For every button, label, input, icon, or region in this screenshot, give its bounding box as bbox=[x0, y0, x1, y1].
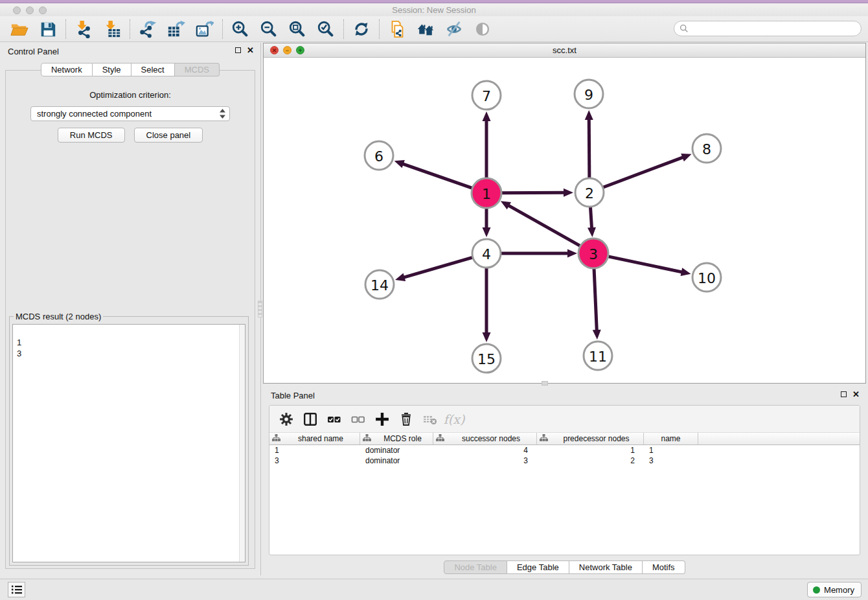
tab-motifs[interactable]: Motifs bbox=[643, 560, 685, 574]
select-all-icon[interactable] bbox=[325, 410, 343, 428]
table-cell[interactable]: 1 bbox=[644, 445, 698, 456]
memory-button[interactable]: Memory bbox=[807, 582, 862, 597]
graph-node-label: 14 bbox=[371, 277, 389, 294]
column-type-icon bbox=[272, 434, 284, 444]
table-cell[interactable]: 1 bbox=[269, 445, 360, 456]
delete-table-icon bbox=[421, 410, 439, 428]
unselect-all-icon[interactable] bbox=[349, 410, 367, 428]
graph-edge-2-9[interactable] bbox=[589, 119, 589, 179]
toolbar-separator bbox=[222, 19, 223, 39]
run-mcds-button[interactable]: Run MCDS bbox=[58, 128, 125, 143]
table-panel: Table Panel ✕ bbox=[263, 387, 866, 575]
add-column-icon[interactable] bbox=[373, 410, 391, 428]
zoom-in-icon[interactable] bbox=[231, 19, 250, 39]
column-header-shared-name[interactable]: shared name bbox=[269, 433, 360, 444]
graph-edge-4-14[interactable] bbox=[403, 257, 474, 278]
tab-style[interactable]: Style bbox=[93, 63, 131, 76]
column-label: predecessor nodes bbox=[552, 434, 641, 443]
edge-arrowhead bbox=[483, 227, 491, 237]
graph-node-label: 9 bbox=[584, 87, 593, 103]
graph-edge-1-2[interactable] bbox=[499, 192, 565, 193]
table-cell[interactable]: 3 bbox=[433, 456, 537, 466]
table-cell[interactable]: 1 bbox=[537, 445, 644, 456]
open-icon[interactable] bbox=[10, 19, 29, 39]
export-image-icon[interactable] bbox=[195, 19, 214, 39]
table-cell[interactable]: 4 bbox=[433, 445, 537, 456]
zoom-fit-icon[interactable] bbox=[288, 19, 307, 39]
table-cell[interactable]: 2 bbox=[537, 456, 644, 466]
mcds-result-title: MCDS result (2 nodes) bbox=[14, 312, 103, 321]
tab-network-table[interactable]: Network Table bbox=[569, 560, 643, 574]
graph-edge-3-10[interactable] bbox=[606, 256, 683, 272]
table-row[interactable]: 1dominator411 bbox=[269, 445, 860, 456]
gear-icon[interactable] bbox=[277, 410, 295, 428]
tab-edge-table[interactable]: Edge Table bbox=[507, 560, 569, 574]
graph-edge-3-11[interactable] bbox=[594, 266, 597, 331]
search-input[interactable] bbox=[674, 21, 862, 36]
column-type-icon bbox=[436, 434, 448, 444]
column-header-successor-nodes[interactable]: successor nodes bbox=[433, 433, 537, 444]
table-panel-tabs: Node TableEdge TableNetwork TableMotifs bbox=[263, 560, 866, 574]
vertical-splitter-handle[interactable] bbox=[258, 301, 262, 317]
edge-arrowhead bbox=[593, 330, 601, 340]
session-title: Session: New Session bbox=[0, 5, 868, 15]
hide-selected-icon[interactable] bbox=[444, 19, 464, 39]
graph-node-label: 3 bbox=[589, 246, 598, 262]
mcds-result-group: MCDS result (2 nodes) 1 3 bbox=[9, 312, 249, 566]
graph-edge-3-1[interactable] bbox=[508, 205, 582, 248]
zoom-out-icon[interactable] bbox=[259, 19, 279, 39]
tab-select[interactable]: Select bbox=[131, 63, 175, 76]
result-scrollbar[interactable] bbox=[239, 325, 245, 562]
column-type-icon bbox=[540, 434, 552, 444]
column-header-name[interactable]: name bbox=[644, 433, 698, 444]
network-title: scc.txt bbox=[264, 45, 865, 55]
horizontal-splitter-handle[interactable] bbox=[542, 381, 548, 386]
export-network-icon[interactable] bbox=[138, 19, 157, 39]
close-table-panel-icon[interactable]: ✕ bbox=[852, 391, 860, 397]
graph-node-label: 10 bbox=[698, 270, 716, 286]
column-header-predecessor-nodes[interactable]: predecessor nodes bbox=[537, 433, 644, 444]
graph-edge-2-3[interactable] bbox=[590, 205, 591, 229]
table-cell[interactable]: dominator bbox=[360, 456, 433, 466]
graph-edge-1-6[interactable] bbox=[402, 164, 474, 189]
show-all-icon[interactable] bbox=[473, 19, 492, 39]
column-header-MCDS-role[interactable]: MCDS role bbox=[360, 433, 433, 444]
mcds-result-textarea[interactable]: 1 3 bbox=[12, 324, 246, 562]
status-bar: Memory bbox=[0, 579, 868, 600]
save-icon[interactable] bbox=[38, 19, 58, 39]
toolbar-separator bbox=[130, 19, 130, 39]
window-accent-strip bbox=[0, 0, 868, 3]
edge-arrowhead bbox=[567, 249, 577, 258]
network-window-titlebar[interactable]: ✕ − + scc.txt bbox=[264, 43, 865, 58]
zoom-selected-icon[interactable] bbox=[316, 19, 336, 39]
import-table-icon[interactable] bbox=[102, 19, 122, 39]
import-network-icon[interactable] bbox=[74, 19, 93, 39]
network-canvas[interactable]: 7968124314101511 bbox=[264, 58, 865, 383]
refresh-icon[interactable] bbox=[352, 19, 371, 39]
float-panel-icon[interactable] bbox=[235, 47, 241, 53]
table-cell[interactable]: dominator bbox=[360, 445, 433, 456]
edge-arrowhead bbox=[395, 273, 405, 281]
edge-arrowhead bbox=[588, 227, 596, 237]
app-titlebar: Session: New Session bbox=[0, 4, 868, 16]
table-cell[interactable]: 3 bbox=[269, 456, 360, 466]
table-header-row: shared nameMCDS rolesuccessor nodesprede… bbox=[269, 433, 860, 445]
graph-edge-2-8[interactable] bbox=[602, 157, 684, 188]
clone-network-icon[interactable] bbox=[387, 19, 407, 39]
float-table-panel-icon[interactable] bbox=[841, 391, 847, 397]
first-neighbors-icon[interactable] bbox=[416, 19, 435, 39]
task-history-button[interactable] bbox=[8, 582, 25, 597]
close-panel-button[interactable]: Close panel bbox=[134, 128, 203, 143]
graph-node-label: 11 bbox=[589, 349, 607, 365]
tab-mcds[interactable]: MCDS bbox=[175, 63, 220, 76]
tab-network[interactable]: Network bbox=[41, 63, 93, 76]
optimization-criterion-select[interactable]: strongly connected component bbox=[30, 106, 230, 121]
tab-node-table[interactable]: Node Table bbox=[444, 560, 507, 574]
table-cell[interactable]: 3 bbox=[644, 456, 698, 466]
delete-column-icon[interactable] bbox=[397, 410, 415, 428]
export-table-icon[interactable] bbox=[166, 19, 186, 39]
columns-icon[interactable] bbox=[301, 410, 319, 428]
table-body: 1dominator4113dominator323 bbox=[269, 445, 860, 466]
close-panel-icon[interactable]: ✕ bbox=[247, 47, 254, 53]
table-row[interactable]: 3dominator323 bbox=[269, 456, 860, 466]
